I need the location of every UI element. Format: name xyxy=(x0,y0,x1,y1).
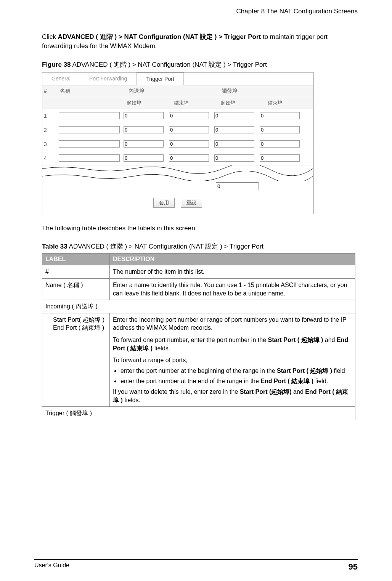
list-item: enter the port number at the end of the … xyxy=(120,377,352,385)
trigger-start-input[interactable] xyxy=(214,126,254,133)
text: field xyxy=(332,368,345,374)
list-item: enter the port number at the beginning o… xyxy=(120,367,352,375)
trigger-end-input[interactable] xyxy=(260,112,300,119)
bold-text: Start Port (起始埠) xyxy=(240,388,292,395)
sub-end-in: 結束埠 xyxy=(172,97,219,109)
incoming-start-input[interactable] xyxy=(124,154,164,162)
trigger-start-input[interactable] xyxy=(214,112,254,119)
desc-p2: To forward one port number, enter the po… xyxy=(113,336,352,352)
group-trigger-header: 觸發埠 xyxy=(220,85,313,97)
text: If you want to delete this rule, enter z… xyxy=(113,388,240,395)
trigger-start-input[interactable] xyxy=(216,182,259,190)
text: enter the port number at the beginning o… xyxy=(120,368,277,374)
name-input[interactable] xyxy=(59,154,120,162)
group-incoming-header: 內送埠 xyxy=(127,85,220,97)
col-name-header: 名稱 xyxy=(58,85,127,97)
row-number: 4 xyxy=(42,153,59,164)
tab-port-forwarding[interactable]: Port Forwarding xyxy=(80,72,137,85)
text: field. xyxy=(313,378,328,384)
incoming-start-input[interactable] xyxy=(124,126,164,133)
tab-bar: General Port Forwarding Trigger Port xyxy=(42,72,313,85)
th-description: DESCRIPTION xyxy=(110,254,355,265)
cell-desc: Enter a name to identify this rule. You … xyxy=(110,278,355,300)
grid-header-row1: # 名稱 內送埠 觸發埠 xyxy=(42,85,313,97)
spacer xyxy=(58,97,125,109)
sub-start-in: 起始埠 xyxy=(125,97,172,109)
table-row: 1 xyxy=(42,109,313,123)
table-row: 4 xyxy=(42,151,313,165)
table-caption: Table 33 ADVANCED ( 進階 ) > NAT Configura… xyxy=(42,242,358,251)
torn-edge xyxy=(42,165,313,181)
cell-label: Start Port( 起始埠 ) End Port ( 結束埠 ) xyxy=(42,313,110,406)
sub-start-tr: 起始埠 xyxy=(219,97,266,109)
footer-guide: User's Guide xyxy=(34,562,69,572)
intro-paragraph: Click ADVANCED ( 進階 ) > NAT Configuratio… xyxy=(42,32,358,51)
incoming-end-input[interactable] xyxy=(169,126,209,133)
col-number-header: # xyxy=(42,85,58,97)
incoming-end-input[interactable] xyxy=(169,154,209,162)
bold-text: Start Port ( 起始埠 ) xyxy=(277,368,332,374)
text: To forward one port number, enter the po… xyxy=(113,337,268,343)
tab-trigger-port[interactable]: Trigger Port xyxy=(137,72,183,85)
partial-row xyxy=(42,181,313,192)
bullet-list: enter the port number at the beginning o… xyxy=(120,367,352,385)
th-label: LABEL xyxy=(42,254,110,265)
desc-p1: Enter the incoming port number or range … xyxy=(113,316,352,332)
text: enter the port number at the end of the … xyxy=(120,378,260,384)
table-row: 3 xyxy=(42,137,313,151)
trigger-port-screenshot: General Port Forwarding Trigger Port # 名… xyxy=(42,72,313,214)
row-number: 2 xyxy=(42,125,59,135)
figure-title: ADVANCED ( 進階 ) > NAT Configuration (NAT… xyxy=(71,61,267,68)
cell-label: Name ( 名稱 ) xyxy=(42,278,110,300)
row-number: 1 xyxy=(42,111,59,121)
desc-p4: If you want to delete this rule, enter z… xyxy=(113,388,352,404)
footer-page-number: 95 xyxy=(349,562,358,572)
table-title: ADVANCED ( 進階 ) > NAT Configuration (NAT… xyxy=(67,243,263,250)
trigger-start-input[interactable] xyxy=(214,154,254,162)
spacer xyxy=(42,97,58,109)
text: fields. xyxy=(123,397,140,403)
table-number: Table 33 xyxy=(42,243,67,250)
trigger-start-input[interactable] xyxy=(214,140,254,148)
trigger-end-input[interactable] xyxy=(260,126,300,133)
incoming-start-input[interactable] xyxy=(124,112,164,119)
label-start-port: Start Port( 起始埠 ) xyxy=(53,316,104,323)
text: and xyxy=(323,337,337,343)
trigger-end-input[interactable] xyxy=(260,154,300,162)
apply-button[interactable]: 套用 xyxy=(153,198,175,208)
intro-path: ADVANCED ( 進階 ) > NAT Configuration (NAT… xyxy=(58,33,261,40)
cell-label: # xyxy=(42,265,110,279)
incoming-start-input[interactable] xyxy=(124,140,164,148)
description-table: LABEL DESCRIPTION # The number of the it… xyxy=(42,253,355,420)
between-paragraph: The following table describes the labels… xyxy=(42,224,358,233)
reset-button[interactable]: 重設 xyxy=(181,198,202,208)
chapter-heading: Chapter 8 The NAT Configuration Screens xyxy=(34,8,358,15)
incoming-end-input[interactable] xyxy=(169,140,209,148)
trigger-end-input[interactable] xyxy=(260,140,300,148)
table-row: 2 xyxy=(42,123,313,137)
name-input[interactable] xyxy=(59,112,120,119)
cell-desc: The number of the item in this list. xyxy=(110,265,355,279)
label-end-port: End Port ( 結束埠 ) xyxy=(53,324,104,331)
cell-section: Trigger ( 觸發埠 ) xyxy=(42,407,355,420)
row-number: 3 xyxy=(42,139,59,149)
intro-prefix: Click xyxy=(42,33,58,40)
sub-end-tr: 結束埠 xyxy=(266,97,313,109)
bold-text: End Port ( 結束埠 ) xyxy=(260,378,313,384)
bold-text: Start Port ( 起始埠 ) xyxy=(268,337,323,343)
tab-general[interactable]: General xyxy=(42,72,80,85)
page-footer: User's Guide 95 xyxy=(34,559,358,572)
text: fields. xyxy=(153,345,170,351)
text: and xyxy=(292,388,305,395)
desc-p3: To forward a range of ports, xyxy=(113,356,352,364)
figure-number: Figure 38 xyxy=(42,61,71,68)
name-input[interactable] xyxy=(59,126,120,133)
incoming-end-input[interactable] xyxy=(169,112,209,119)
button-bar: 套用 重設 xyxy=(42,192,313,214)
header-rule xyxy=(34,17,358,17)
grid-header-row2: 起始埠 結束埠 起始埠 結束埠 xyxy=(42,97,313,109)
figure-caption: Figure 38 ADVANCED ( 進階 ) > NAT Configur… xyxy=(42,60,358,69)
name-input[interactable] xyxy=(59,140,120,148)
cell-section: Incoming ( 內送埠 ) xyxy=(42,300,355,313)
cell-desc: Enter the incoming port number or range … xyxy=(110,313,355,406)
